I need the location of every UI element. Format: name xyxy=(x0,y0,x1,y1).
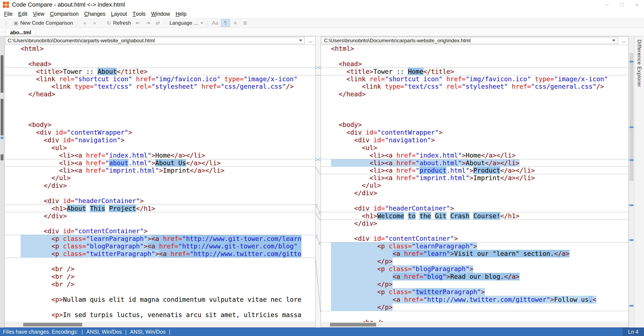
code-line[interactable]: <div id="headerContainer"> xyxy=(4,197,315,205)
code-line[interactable]: <link rel="shortcut icon" href="img/favi… xyxy=(321,75,628,83)
code-line[interactable] xyxy=(4,220,315,227)
code-line[interactable]: <link rel="shortcut icon" href="img/favi… xyxy=(4,75,315,83)
code-line[interactable]: <li><a href="product.html">Product</a></… xyxy=(321,167,628,174)
outline-view-button[interactable]: ≣ xyxy=(240,19,250,27)
code-line[interactable]: <li><a href="imprint.html">Imprint</a></… xyxy=(4,167,315,174)
code-line[interactable]: <div id="contentWrapper"> xyxy=(321,129,628,136)
code-line[interactable]: </ul> xyxy=(321,182,628,189)
code-line[interactable]: </p> xyxy=(321,304,628,311)
left-code-editor[interactable]: <html> <head> <title>Tower :: About</tit… xyxy=(4,45,315,322)
code-line[interactable]: </head> xyxy=(4,90,315,98)
code-line[interactable]: <body> xyxy=(4,121,315,129)
right-horizontal-scrollbar[interactable] xyxy=(321,322,628,327)
code-line[interactable] xyxy=(4,98,315,106)
language-dropdown[interactable]: Language ...▾ xyxy=(168,19,205,27)
code-line[interactable] xyxy=(4,52,315,60)
code-line[interactable]: </div> xyxy=(321,189,628,197)
next-change-button[interactable]: » xyxy=(90,19,99,27)
menu-layout[interactable]: Layout xyxy=(108,9,130,18)
minimize-button[interactable]: – xyxy=(603,1,611,8)
new-code-comparison-button[interactable]: ▣New Code Comparison xyxy=(12,19,75,27)
prev-change-button[interactable]: « xyxy=(80,19,89,27)
word-compare-button[interactable]: Aa xyxy=(210,19,220,27)
code-line[interactable]: <p>Nullam quis elit id magna condimentum… xyxy=(4,296,315,304)
right-browse-button[interactable]: ... xyxy=(619,36,628,45)
code-line[interactable]: <a href="http://www.twitter.com/gittower… xyxy=(321,296,628,304)
vscroll-thumb[interactable] xyxy=(630,53,633,181)
menu-window[interactable]: Window xyxy=(148,9,173,18)
code-line[interactable]: <li><a href="about.html">About</a></li> xyxy=(321,159,628,167)
code-line[interactable]: <div id="contentContainer"> xyxy=(4,227,315,235)
code-line[interactable]: <br /> xyxy=(321,319,628,322)
code-line[interactable]: </div> xyxy=(4,182,315,189)
code-line[interactable]: <h1>About This Project</h1> xyxy=(4,205,315,212)
code-line[interactable] xyxy=(4,304,315,311)
code-line[interactable]: <ul> xyxy=(321,144,628,152)
code-line[interactable]: </div> xyxy=(4,212,315,220)
code-line[interactable]: <head> xyxy=(4,60,315,68)
maximize-button[interactable]: □ xyxy=(618,1,626,8)
chevron-down-icon[interactable] xyxy=(612,39,616,41)
code-line[interactable] xyxy=(321,197,628,205)
menu-help[interactable]: Help xyxy=(173,9,189,18)
code-line[interactable]: <div id="headerContainer"> xyxy=(321,205,628,212)
right-code-editor[interactable]: <html> <head> <title>Tower :: Home</titl… xyxy=(321,45,628,322)
difference-explorer-panel[interactable]: Difference Explorer xyxy=(634,36,644,328)
code-line[interactable]: <ul> xyxy=(4,144,315,152)
code-line[interactable]: <a href="learn">Visit our "learn" sectio… xyxy=(321,250,628,258)
code-line[interactable]: <div id="navigation"> xyxy=(4,136,315,144)
tab-about-html[interactable]: abo...tml xyxy=(6,29,36,36)
chevron-down-icon[interactable] xyxy=(299,39,302,41)
code-line[interactable]: <title>Tower :: Home</title> xyxy=(321,68,628,75)
show-whitespace-button[interactable]: ¶ xyxy=(221,19,230,27)
code-line[interactable]: <link type="text/css" rel="stylesheet" h… xyxy=(321,83,628,90)
menu-tools[interactable]: Tools xyxy=(130,9,148,18)
code-line[interactable]: <p class="twitterParagraph"><a href="htt… xyxy=(4,250,315,258)
code-line[interactable]: <body> xyxy=(321,121,628,129)
menu-file[interactable]: File xyxy=(1,9,15,18)
code-line[interactable]: <br /> xyxy=(4,265,315,273)
code-line[interactable]: <li><a href="imprint.html">Imprint</a></… xyxy=(321,174,628,182)
code-line[interactable]: </ul> xyxy=(4,174,315,182)
left-file-path-combo[interactable]: C:\Users\brunobrito\Documents\carparts-w… xyxy=(5,37,305,44)
code-line[interactable]: <head> xyxy=(321,60,628,68)
code-line[interactable]: <html> xyxy=(321,45,628,52)
code-line[interactable]: <p class="learnParagraph"><a href="http:… xyxy=(4,235,315,242)
code-line[interactable] xyxy=(321,52,628,60)
menu-edit[interactable]: Edit xyxy=(15,9,30,18)
code-line[interactable]: <link type="text/css" rel="stylesheet" h… xyxy=(4,83,315,90)
vertical-scrollbar[interactable] xyxy=(629,36,634,328)
code-line[interactable]: <div id="contentContainer"> xyxy=(321,235,628,242)
code-line[interactable]: </div> xyxy=(321,220,628,227)
menu-changes[interactable]: Changes xyxy=(81,9,108,18)
left-hscroll-thumb[interactable] xyxy=(23,323,82,327)
right-hscroll-thumb[interactable] xyxy=(330,323,376,327)
code-line[interactable] xyxy=(4,288,315,296)
code-line[interactable]: <br /> xyxy=(4,273,315,281)
swap-panes-button[interactable]: ⇄ xyxy=(153,19,162,27)
code-line[interactable] xyxy=(4,189,315,197)
refresh-button[interactable]: ↻Refresh xyxy=(104,19,133,27)
copy-to-right-button[interactable]: ⇥ xyxy=(144,19,152,27)
code-line[interactable]: </p> xyxy=(321,281,628,288)
left-browse-button[interactable]: ... xyxy=(306,36,315,45)
diff-overview-map[interactable] xyxy=(0,36,4,328)
code-line[interactable] xyxy=(321,98,628,106)
code-line[interactable] xyxy=(4,258,315,265)
right-file-path-combo[interactable]: C:\Users\brunobrito\Documents\carparts-w… xyxy=(322,37,618,44)
code-line[interactable]: <p class="learnParagraph"> xyxy=(321,242,628,250)
code-line[interactable]: <p class="twitterParagraph"> xyxy=(321,288,628,296)
code-line[interactable]: <li><a href="index.html">Home</a></li> xyxy=(4,152,315,159)
menu-view[interactable]: View xyxy=(30,9,47,18)
code-line[interactable] xyxy=(4,113,315,121)
code-line[interactable]: <html> xyxy=(4,45,315,52)
code-line[interactable]: </head> xyxy=(321,90,628,98)
close-button[interactable]: × xyxy=(632,1,641,8)
code-line[interactable]: <p class="blogParagraph"> xyxy=(321,265,628,273)
menu-comparison[interactable]: Comparison xyxy=(47,9,82,18)
ignore-lines-button[interactable]: ≡ xyxy=(231,19,240,27)
code-line[interactable]: <li><a href="index.html">Home</a></li> xyxy=(321,152,628,159)
code-line[interactable]: <li><a href="about.html">About Us</a></l… xyxy=(4,159,315,167)
left-horizontal-scrollbar[interactable] xyxy=(4,322,315,327)
code-line[interactable]: <a href="blog">Read our blog.</a> xyxy=(321,273,628,281)
